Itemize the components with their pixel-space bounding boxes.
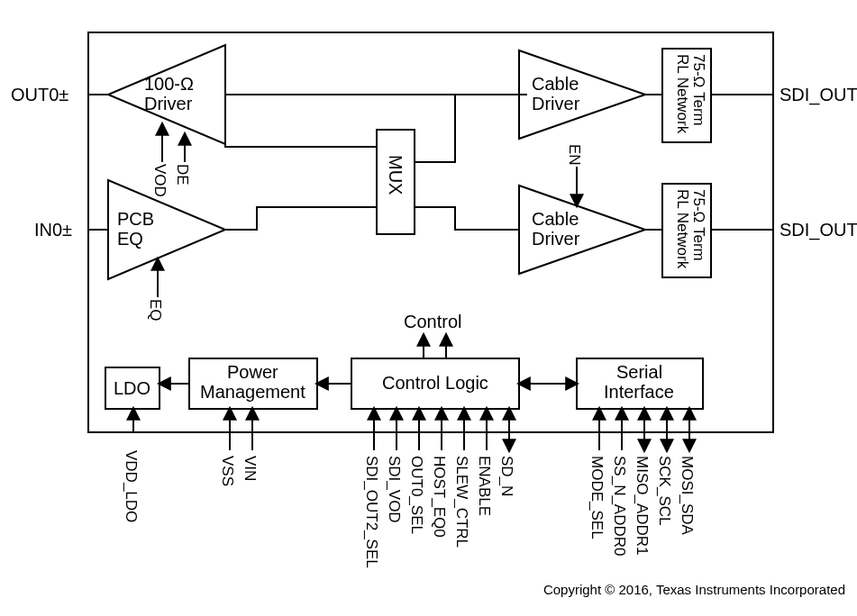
pin-cl-1: SDI_VOD — [386, 456, 403, 523]
pin-eq: EQ — [147, 299, 164, 322]
block-term-1: 75-Ω Term RL Network — [662, 49, 711, 142]
term1-line1: 75-Ω Term — [690, 54, 707, 126]
block-control-logic: Control Logic — [351, 358, 519, 409]
port-out0: OUT0± — [11, 85, 68, 104]
block-power-management: Power Management — [189, 358, 317, 409]
pm-line2: Management — [200, 382, 305, 402]
term2-line2: RL Network — [674, 189, 691, 269]
cl-label: Control Logic — [382, 373, 488, 393]
cd2-line2: Driver — [532, 229, 580, 249]
driver100-line1: 100-Ω — [144, 74, 194, 94]
port-sdi-out2: SDI_OUT2± — [780, 220, 857, 240]
pcbeq-line1: PCB — [117, 209, 154, 229]
port-control: Control — [404, 312, 461, 331]
pin-cl-2: OUT0_SEL — [408, 456, 425, 534]
si-line1: Serial — [616, 362, 662, 382]
term1-line2: RL Network — [674, 54, 691, 134]
block-term-2: 75-Ω Term RL Network — [662, 184, 711, 277]
pin-vin: VIN — [242, 456, 259, 481]
pin-cl-3: HOST_EQ0 — [431, 456, 448, 538]
footer-copyright: Copyright © 2016, Texas Instruments Inco… — [543, 582, 845, 597]
pm-line1: Power — [227, 362, 278, 382]
block-ldo: LDO — [105, 367, 160, 409]
pin-si-2: MISO_ADDR1 — [634, 456, 651, 556]
block-serial-interface: Serial Interface — [577, 358, 703, 409]
term2-line1: 75-Ω Term — [690, 189, 707, 261]
pin-en: EN — [566, 144, 583, 166]
pin-de: DE — [174, 164, 191, 186]
pin-vss: VSS — [219, 456, 236, 486]
ldo-label: LDO — [114, 378, 150, 398]
pin-cl-4: SLEW_CTRL — [453, 456, 470, 548]
pin-si-3: SCK_SCL — [656, 456, 673, 525]
pcbeq-line2: EQ — [117, 229, 143, 249]
mux-label: MUX — [386, 155, 406, 195]
driver100-line2: Driver — [144, 94, 193, 113]
si-line2: Interface — [604, 382, 674, 402]
port-sdi-out1: SDI_OUT1± — [780, 85, 857, 105]
port-in0: IN0± — [34, 220, 72, 240]
pin-si-0: MODE_SEL — [588, 456, 606, 539]
pin-cl-5: ENABLE — [476, 456, 493, 516]
block-mux: MUX — [377, 130, 415, 234]
pin-cl-6: SD_N — [498, 456, 515, 496]
pin-si-1: SS_N_ADDR0 — [611, 456, 628, 557]
cd1-line1: Cable — [532, 74, 579, 94]
pin-vod: VOD — [151, 164, 169, 197]
cd2-line1: Cable — [532, 209, 579, 229]
pin-vdd-ldo: VDD_LDO — [123, 450, 140, 522]
pin-si-4: MOSI_SDA — [679, 456, 696, 536]
cd1-line2: Driver — [532, 94, 580, 113]
pin-cl-0: SDI_OUT2_SEL — [363, 456, 380, 568]
